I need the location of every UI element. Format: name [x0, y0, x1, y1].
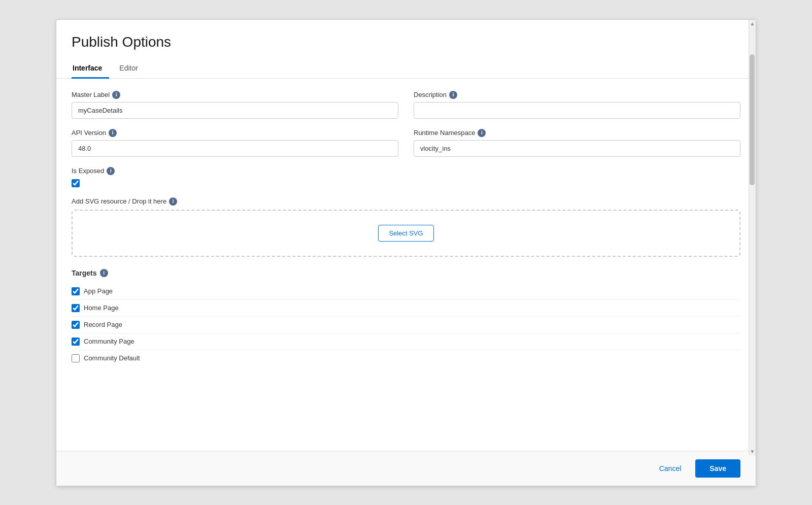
info-icon-api-version: i — [109, 129, 117, 137]
label-svg-drop: Add SVG resource / Drop it here i — [72, 197, 740, 206]
info-icon-targets: i — [100, 269, 108, 277]
svg-drop-area[interactable]: Select SVG — [72, 210, 740, 257]
dialog-title: Publish Options — [72, 34, 740, 50]
row-api-namespace: API Version i Runtime Namespace i — [72, 129, 740, 157]
checkbox-record-page[interactable] — [72, 321, 80, 329]
label-description: Description i — [414, 91, 740, 99]
dialog-header: Publish Options — [56, 20, 756, 55]
tabs-bar: Interface Editor — [56, 58, 756, 79]
checkbox-is-exposed[interactable] — [72, 179, 80, 187]
info-icon-description: i — [449, 91, 457, 99]
dialog-footer: Cancel Save — [56, 451, 756, 486]
info-icon-master-label: i — [112, 91, 120, 99]
section-targets: Targets i App Page Home Page Record Page… — [72, 269, 740, 366]
target-community-default: Community Default — [72, 350, 740, 366]
input-master-label[interactable] — [72, 102, 398, 119]
info-icon-is-exposed: i — [107, 167, 115, 175]
info-icon-runtime-namespace: i — [478, 129, 486, 137]
scrollbar[interactable]: ▲ ▼ — [749, 20, 756, 455]
group-master-label: Master Label i — [72, 91, 398, 119]
info-icon-svg-drop: i — [169, 197, 177, 206]
save-button[interactable]: Save — [695, 459, 740, 478]
scroll-up-arrow[interactable]: ▲ — [750, 21, 755, 26]
label-api-version: API Version i — [72, 129, 398, 137]
label-is-exposed: Is Exposed i — [72, 167, 740, 175]
targets-title: Targets i — [72, 269, 740, 277]
scrollbar-thumb[interactable] — [750, 54, 755, 185]
publish-options-dialog: ▲ ▼ Publish Options Interface Editor Mas… — [56, 19, 756, 486]
target-community-page: Community Page — [72, 333, 740, 350]
checkbox-community-page[interactable] — [72, 338, 80, 346]
tab-editor[interactable]: Editor — [118, 59, 145, 79]
dialog-body: Master Label i Description i API Version… — [56, 79, 756, 451]
section-svg-drop: Add SVG resource / Drop it here i Select… — [72, 197, 740, 257]
group-description: Description i — [414, 91, 740, 119]
group-runtime-namespace: Runtime Namespace i — [414, 129, 740, 157]
checkbox-home-page[interactable] — [72, 304, 80, 312]
target-record-page: Record Page — [72, 317, 740, 333]
input-api-version[interactable] — [72, 140, 398, 157]
checkbox-row-is-exposed — [72, 179, 740, 187]
input-runtime-namespace[interactable] — [414, 140, 740, 157]
row-master-description: Master Label i Description i — [72, 91, 740, 119]
target-app-page: App Page — [72, 283, 740, 300]
tab-interface[interactable]: Interface — [72, 59, 109, 79]
cancel-button[interactable]: Cancel — [651, 460, 690, 477]
checkbox-app-page[interactable] — [72, 287, 80, 295]
checkbox-community-default[interactable] — [72, 354, 80, 362]
label-master-label: Master Label i — [72, 91, 398, 99]
scroll-down-arrow[interactable]: ▼ — [750, 449, 755, 454]
section-is-exposed: Is Exposed i — [72, 167, 740, 187]
group-api-version: API Version i — [72, 129, 398, 157]
label-runtime-namespace: Runtime Namespace i — [414, 129, 740, 137]
target-home-page: Home Page — [72, 300, 740, 317]
select-svg-button[interactable]: Select SVG — [378, 225, 433, 242]
input-description[interactable] — [414, 102, 740, 119]
